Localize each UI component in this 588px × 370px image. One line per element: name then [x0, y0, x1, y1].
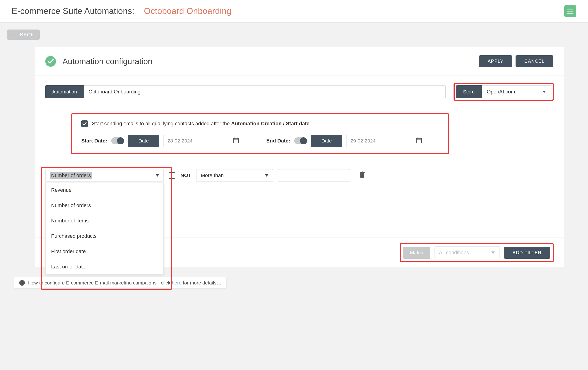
- operator-value: More than: [201, 173, 224, 178]
- card-header: Automation configuration APPLY CANCEL: [35, 47, 564, 76]
- store-label: Store: [456, 85, 482, 98]
- value-input[interactable]: [278, 169, 350, 182]
- start-date-badge: Date: [128, 135, 159, 147]
- svg-marker-13: [265, 174, 268, 177]
- calendar-icon[interactable]: [415, 137, 422, 145]
- metric-selected: Number of orders: [50, 172, 92, 179]
- match-mode-select[interactable]: All conditions: [434, 246, 500, 259]
- match-highlight: Match All conditions ADD FILTER: [400, 243, 554, 262]
- end-date-toggle[interactable]: [294, 137, 307, 144]
- store-highlight: Store OpenAI.com: [453, 83, 554, 101]
- svg-rect-4: [233, 138, 239, 143]
- checkmark-icon: [83, 122, 87, 125]
- metric-option[interactable]: Last order date: [45, 259, 164, 274]
- svg-marker-3: [542, 91, 546, 93]
- back-button[interactable]: ← BACK: [7, 30, 40, 40]
- title-prefix: E-commerce Suite Automations:: [12, 6, 135, 16]
- chevron-down-icon: [491, 251, 495, 254]
- end-date-input[interactable]: 29-02-2024: [346, 135, 411, 147]
- auto-send-label: Start sending emails to all qualifying c…: [92, 121, 310, 127]
- info-tip: i How to configure E-commerce E-mail mar…: [14, 277, 227, 289]
- metric-option[interactable]: Revenue: [45, 183, 164, 198]
- check-badge: [45, 56, 56, 67]
- check-icon: [47, 59, 54, 64]
- metric-select[interactable]: Number of orders: [45, 169, 164, 182]
- start-date-toggle[interactable]: [111, 137, 124, 144]
- automation-name-input[interactable]: Octoboard Onboarding: [84, 85, 446, 98]
- svg-marker-12: [156, 174, 159, 177]
- metric-dropdown: Revenue Number of orders Number of items…: [45, 182, 164, 275]
- delete-filter-button[interactable]: [359, 172, 365, 179]
- svg-rect-14: [360, 173, 364, 178]
- add-filter-button[interactable]: ADD FILTER: [504, 247, 550, 259]
- top-bar: E-commerce Suite Automations: Octoboard …: [0, 0, 588, 22]
- svg-rect-8: [416, 138, 421, 143]
- info-icon: i: [19, 280, 25, 286]
- metric-option[interactable]: First order date: [45, 244, 164, 259]
- store-selected: OpenAI.com: [487, 89, 515, 95]
- page-title: E-commerce Suite Automations: Octoboard …: [12, 6, 231, 16]
- dates-highlight: Start sending emails to all qualifying c…: [71, 113, 449, 154]
- chevron-down-icon: [265, 174, 268, 177]
- chevron-down-icon: [156, 174, 159, 177]
- start-date-input[interactable]: 28-02-2024: [163, 135, 228, 147]
- start-date-label: Start Date:: [81, 138, 107, 144]
- menu-button[interactable]: [564, 5, 576, 17]
- hamburger-icon: [567, 9, 574, 14]
- store-select[interactable]: OpenAI.com: [482, 85, 551, 98]
- chevron-down-icon: [542, 91, 546, 93]
- auto-send-checkbox[interactable]: [81, 120, 88, 127]
- back-label: BACK: [20, 32, 34, 37]
- calendar-icon[interactable]: [232, 137, 240, 145]
- svg-rect-16: [362, 172, 363, 172]
- not-checkbox[interactable]: [169, 172, 175, 179]
- filter-area: Number of orders NOT More than: [35, 162, 564, 238]
- name-store-row: Automation Octoboard Onboarding Store Op…: [35, 76, 564, 108]
- end-date-badge: Date: [311, 135, 342, 147]
- info-link[interactable]: here: [172, 280, 182, 285]
- metric-option[interactable]: Purchased products: [45, 229, 164, 244]
- cancel-button[interactable]: CANCEL: [515, 55, 553, 67]
- card-title: Automation configuration: [63, 57, 152, 66]
- operator-select[interactable]: More than: [196, 169, 273, 182]
- automation-label: Automation: [45, 85, 84, 98]
- not-label: NOT: [180, 173, 191, 178]
- metric-option[interactable]: Number of items: [45, 213, 164, 229]
- match-label: Match: [403, 247, 430, 259]
- trash-icon: [359, 172, 365, 178]
- arrow-left-icon: ←: [12, 32, 18, 37]
- svg-marker-17: [491, 251, 495, 254]
- apply-button[interactable]: APPLY: [479, 55, 512, 67]
- match-mode-value: All conditions: [439, 250, 469, 256]
- automation-name: Octoboard Onboarding: [144, 6, 231, 16]
- end-date-label: End Date:: [266, 138, 290, 144]
- metric-option[interactable]: Number of orders: [45, 198, 164, 213]
- svg-rect-15: [360, 172, 365, 173]
- config-card: Automation configuration APPLY CANCEL Au…: [35, 47, 564, 268]
